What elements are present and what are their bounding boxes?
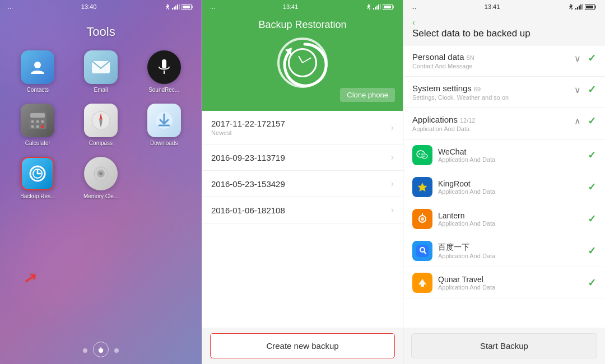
backup-chevron-2: › <box>391 152 394 162</box>
wechat-name: WeChat <box>438 147 495 156</box>
lantern-name: Lantern <box>438 211 495 220</box>
app-downloads[interactable]: Downloads <box>137 104 190 147</box>
app-item-wechat[interactable]: WeChat Application And Data ✓ <box>403 139 605 171</box>
svg-point-52 <box>423 156 424 157</box>
backup-item-left-3: 2016-05-23-153429 <box>211 179 285 189</box>
backup-item-3[interactable]: 2016-05-23-153429 › <box>202 171 403 197</box>
system-settings-sub: Settings, Clock, Weather and so on <box>412 94 574 101</box>
clone-phone-button[interactable]: Clone phone <box>340 88 395 102</box>
wechat-check[interactable]: ✓ <box>588 149 596 161</box>
back-button[interactable]: ‹ <box>412 18 596 27</box>
svg-rect-42 <box>579 6 580 10</box>
app-compass[interactable]: Compass <box>75 104 128 147</box>
svg-rect-36 <box>380 4 381 10</box>
svg-rect-40 <box>575 8 576 10</box>
applications-expand-icon[interactable]: ∧ <box>574 116 581 127</box>
lantern-check[interactable]: ✓ <box>588 213 596 225</box>
baidu-check[interactable]: ✓ <box>588 245 596 257</box>
section-system: System settings 69 Settings, Clock, Weat… <box>403 77 605 108</box>
select-data-title: Select data to be backed up <box>412 28 596 39</box>
baidu-name: 百度一下 <box>438 242 495 253</box>
app-item-kingroot[interactable]: KingRoot Application And Data ✓ <box>403 171 605 203</box>
app-calculator[interactable]: Calculator <box>11 104 64 147</box>
dock <box>0 348 202 353</box>
status-left-1: ... <box>8 3 13 10</box>
kingroot-check[interactable]: ✓ <box>588 181 596 193</box>
svg-rect-1 <box>174 7 175 10</box>
kingroot-sub: Application And Data <box>438 188 495 195</box>
applications-size: 12/12 <box>460 117 476 124</box>
compass-icon <box>84 104 118 137</box>
app-item-baidu[interactable]: 百度一下 Application And Data ✓ <box>403 235 605 267</box>
system-check-icon[interactable]: ✓ <box>588 83 596 96</box>
svg-point-13 <box>31 120 34 123</box>
backup-list: 2017-11-22-172157 Newest › 2016-09-23-11… <box>202 111 403 328</box>
memory-icon <box>84 157 118 190</box>
svg-rect-32 <box>373 8 374 10</box>
kingroot-name: KingRoot <box>438 179 495 188</box>
section-applications: Applications 12/12 Application And Data … <box>403 108 605 139</box>
wechat-icon <box>412 145 432 165</box>
app-item-lantern[interactable]: Lantern Application And Data ✓ <box>403 203 605 235</box>
applications-check-icon[interactable]: ✓ <box>588 115 596 127</box>
backup-chevron-1: › <box>391 123 394 133</box>
app-contacts[interactable]: Contacts <box>11 50 64 94</box>
dot-2 <box>99 348 103 353</box>
svg-point-53 <box>425 156 426 157</box>
app-memory[interactable]: Memory Cle... <box>75 157 128 200</box>
status-bar-panel2: ... 13:41 <box>202 0 403 13</box>
refresh-circle-icon <box>280 40 330 90</box>
backup-item-4[interactable]: 2016-01-06-182108 › <box>202 197 403 223</box>
contacts-label: Contacts <box>27 87 49 94</box>
battery-icon <box>182 4 194 10</box>
status-left-2: ... <box>210 3 215 10</box>
system-settings-size: 69 <box>474 86 481 92</box>
app-soundrec[interactable]: SoundRec... <box>137 50 190 94</box>
status-left-3: ... <box>411 3 416 10</box>
svg-rect-9 <box>162 59 166 68</box>
create-new-backup-button[interactable]: Create new backup <box>210 333 395 358</box>
signal-icon-3 <box>575 4 583 10</box>
app-email[interactable]: Email <box>75 50 128 94</box>
app-item-qunar[interactable]: Qunar Travel Application And Data ✓ <box>403 267 605 299</box>
backup-item-left-4: 2016-01-06-182108 <box>211 206 285 215</box>
backup-icon-circle <box>277 38 328 88</box>
qunar-sub: Application And Data <box>438 284 495 291</box>
svg-point-15 <box>41 120 44 123</box>
panel-backup-restoration: ... 13:41 Backup Restoration Clone phone… <box>202 0 403 364</box>
qunar-name: Qunar Travel <box>438 275 495 284</box>
svg-rect-44 <box>582 4 583 10</box>
personal-check-icon[interactable]: ✓ <box>588 52 596 64</box>
svg-rect-6 <box>183 6 190 8</box>
svg-point-14 <box>36 120 39 123</box>
section-personal: Personal data 6N Contact And Message ∨ ✓ <box>403 45 605 77</box>
svg-point-58 <box>421 217 424 221</box>
panel-select-data: ... 13:41 ‹ Select data to be backed up … <box>403 0 605 364</box>
system-expand-icon[interactable]: ∨ <box>574 85 581 95</box>
applications-sub: Application And Data <box>412 125 574 132</box>
svg-point-7 <box>34 62 41 68</box>
data-list: Personal data 6N Contact And Message ∨ ✓… <box>403 45 605 328</box>
personal-expand-icon[interactable]: ∨ <box>574 53 581 64</box>
battery-icon-3 <box>585 4 597 10</box>
battery-icon-2 <box>383 4 395 10</box>
kingroot-icon <box>412 177 432 197</box>
email-label: Email <box>94 87 108 94</box>
dot-1 <box>83 348 87 353</box>
system-settings-name: System settings <box>412 83 472 93</box>
backup-icon-app <box>21 157 54 190</box>
backup-item-2[interactable]: 2016-09-23-113719 › <box>202 144 403 171</box>
svg-point-31 <box>99 172 103 175</box>
status-bar-panel1: ... 13:40 <box>0 0 202 13</box>
downloads-label: Downloads <box>150 140 178 147</box>
start-backup-button[interactable]: Start Backup <box>411 333 597 358</box>
backup-sub-1: Newest <box>211 129 285 136</box>
svg-rect-12 <box>30 113 45 118</box>
app-backup[interactable]: Backup Res... <box>11 157 64 200</box>
baidu-sub: Application And Data <box>438 253 495 259</box>
backup-item-1[interactable]: 2017-11-22-172157 Newest › <box>202 111 403 144</box>
svg-point-16 <box>31 125 34 128</box>
qunar-check[interactable]: ✓ <box>588 277 596 289</box>
svg-rect-38 <box>384 6 391 8</box>
backup-header: Backup Restoration Clone phone <box>202 13 403 111</box>
